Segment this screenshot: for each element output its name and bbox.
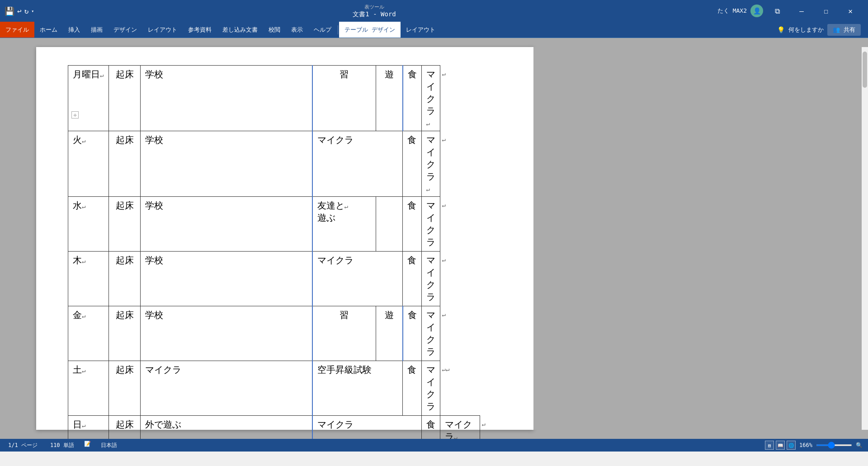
cell-mc-thu[interactable]: マイクラ bbox=[312, 252, 403, 306]
print-layout-button[interactable]: ▤ bbox=[765, 441, 774, 450]
cell-mc2-sunday[interactable]: マイクラ↵ bbox=[440, 416, 480, 439]
table-row: 金↵ 起床 学校 習 遊 食 マイクラ ↵ bbox=[68, 306, 493, 361]
scrollbar-thumb[interactable] bbox=[863, 52, 867, 88]
cell-mc-tue[interactable]: マイクラ bbox=[312, 131, 403, 197]
tab-review[interactable]: 校閲 bbox=[263, 22, 286, 38]
cell-play-monday[interactable]: 遊 bbox=[376, 66, 403, 131]
tab-view[interactable]: 表示 bbox=[286, 22, 308, 38]
user-name: たく MAX2 bbox=[717, 7, 747, 15]
cell-study-monday[interactable]: 習 bbox=[312, 66, 376, 131]
restore-button[interactable]: ⧉ bbox=[767, 4, 788, 18]
lightbulb-icon: 💡 bbox=[777, 26, 785, 33]
quick-access-dropdown[interactable]: ▾ bbox=[31, 9, 34, 14]
cell-mc2-saturday[interactable]: マイクラ bbox=[421, 361, 440, 416]
zoom-out-icon[interactable]: 🔍 bbox=[856, 442, 863, 448]
cell-end-tuesday: ↵ bbox=[440, 131, 480, 197]
close-button[interactable]: ✕ bbox=[840, 4, 861, 18]
cell-school-monday[interactable]: 学校 bbox=[141, 66, 312, 131]
cell-end-monday: ↵ bbox=[440, 66, 480, 131]
cell-mc-friday[interactable]: マイクラ bbox=[421, 306, 440, 361]
cell-mc-monday[interactable]: マイクラ↵ bbox=[421, 66, 440, 131]
cell-day-monday[interactable]: 月曜日↵ bbox=[68, 66, 109, 131]
cell-day-thursday[interactable]: 木↵ bbox=[68, 252, 109, 306]
cell-eat-sunday[interactable]: 食 bbox=[421, 416, 440, 439]
table-row: 火↵ 起床 学校 マイクラ 食 マイクラ↵ ↵ bbox=[68, 131, 493, 197]
schedule-table: 月曜日↵ 起床 学校 習 遊 食 マイクラ↵ ↵ 火↵ 起床 学校 マイクラ 食… bbox=[68, 65, 493, 439]
tab-layout[interactable]: レイアウト bbox=[142, 22, 183, 38]
tab-design[interactable]: デザイン bbox=[108, 22, 142, 38]
cell-mc-wednesday[interactable]: マイクラ bbox=[421, 197, 440, 252]
scrollbar-track[interactable] bbox=[862, 47, 868, 430]
status-right: ▤ 📖 🌐 166% 🔍 bbox=[765, 441, 863, 450]
cell-mc2-tuesday[interactable]: マイクラ↵ bbox=[421, 131, 440, 197]
cell-rise-sunday[interactable]: 起床 bbox=[109, 416, 141, 439]
cell-friends-wed[interactable]: 友達と↵遊ぶ bbox=[312, 197, 376, 252]
tab-file[interactable]: ファイル bbox=[0, 22, 34, 38]
minimize-button[interactable]: — bbox=[791, 4, 812, 18]
cell-play-friday[interactable]: 遊 bbox=[376, 306, 403, 361]
cell-rise-friday[interactable]: 起床 bbox=[109, 306, 141, 361]
ribbon-separator bbox=[338, 25, 338, 34]
redo-icon[interactable]: ↻ bbox=[24, 7, 29, 15]
cell-rise-tuesday[interactable]: 起床 bbox=[109, 131, 141, 197]
search-bar[interactable]: 何をしますか bbox=[788, 26, 824, 34]
tab-draw[interactable]: 描画 bbox=[85, 22, 108, 38]
cell-school-friday[interactable]: 学校 bbox=[141, 306, 312, 361]
cell-day-sunday[interactable]: 日↵ bbox=[68, 416, 109, 439]
cell-day-tuesday[interactable]: 火↵ bbox=[68, 131, 109, 197]
cell-rise-wednesday[interactable]: 起床 bbox=[109, 197, 141, 252]
undo-icon[interactable]: ↩ bbox=[17, 7, 22, 15]
share-button[interactable]: 👥 共有 bbox=[827, 24, 861, 36]
table-row: 水↵ 起床 学校 友達と↵遊ぶ 食 マイクラ ↵ bbox=[68, 197, 493, 252]
ribbon: ファイル ホーム 挿入 描画 デザイン レイアウト 参考資料 差し込み文書 校閲… bbox=[0, 22, 868, 38]
document-page: ✛ 月曜日↵ 起床 学校 習 遊 食 マイクラ↵ ↵ 火↵ 起床 学校 マイクラ… bbox=[36, 47, 533, 430]
user-area: たく MAX2 👤 ⧉ — ☐ ✕ bbox=[710, 4, 868, 18]
document-area: ✛ 月曜日↵ 起床 学校 習 遊 食 マイクラ↵ ↵ 火↵ 起床 学校 マイクラ… bbox=[0, 38, 868, 439]
cell-mc-sun[interactable]: マイクラ bbox=[312, 416, 422, 439]
cell-school-tuesday[interactable]: 学校 bbox=[141, 131, 312, 197]
cell-day-friday[interactable]: 金↵ bbox=[68, 306, 109, 361]
cell-day-saturday[interactable]: 土↵ bbox=[68, 361, 109, 416]
web-layout-button[interactable]: 🌐 bbox=[787, 441, 796, 450]
proofread-icon[interactable]: 📝 bbox=[84, 441, 91, 450]
zoom-slider[interactable] bbox=[816, 444, 852, 446]
cell-eat-saturday[interactable]: 食 bbox=[403, 361, 422, 416]
people-icon: 👥 bbox=[833, 26, 840, 33]
cell-mc2-thursday[interactable]: マイクラ bbox=[421, 252, 440, 306]
status-left: 1/1 ページ 110 単語 📝 日本語 bbox=[5, 441, 120, 450]
tab-mailings[interactable]: 差し込み文書 bbox=[217, 22, 263, 38]
cell-school-thursday[interactable]: 学校 bbox=[141, 252, 312, 306]
cell-end-sunday: ↵ bbox=[480, 416, 492, 439]
cell-eat-monday[interactable]: 食 bbox=[403, 66, 422, 131]
cell-eat-wednesday[interactable]: 食 bbox=[403, 197, 422, 252]
word-count: 110 単語 bbox=[47, 441, 77, 450]
tab-table-design[interactable]: テーブル デザイン bbox=[339, 22, 401, 38]
tab-references[interactable]: 参考資料 bbox=[183, 22, 217, 38]
cell-school-wednesday[interactable]: 学校 bbox=[141, 197, 312, 252]
table-move-handle[interactable]: ✛ bbox=[71, 111, 79, 119]
lang-indicator[interactable]: 日本語 bbox=[98, 441, 120, 450]
cell-end-wednesday: ↵ bbox=[440, 197, 480, 252]
cell-play-outside-sun[interactable]: 外で遊ぶ bbox=[141, 416, 312, 439]
cell-rise-monday[interactable]: 起床 bbox=[109, 66, 141, 131]
cell-day-wednesday[interactable]: 水↵ bbox=[68, 197, 109, 252]
quick-access-toolbar: 💾 ↩ ↻ ▾ bbox=[0, 6, 38, 16]
cell-eat-friday[interactable]: 食 bbox=[403, 306, 422, 361]
cell-eat-thursday[interactable]: 食 bbox=[403, 252, 422, 306]
tab-insert[interactable]: 挿入 bbox=[63, 22, 85, 38]
save-icon[interactable]: 💾 bbox=[5, 6, 14, 16]
user-avatar[interactable]: 👤 bbox=[750, 5, 763, 17]
cell-mc-sat[interactable]: マイクラ bbox=[141, 361, 312, 416]
tab-home[interactable]: ホーム bbox=[34, 22, 63, 38]
cell-eat-tuesday[interactable]: 食 bbox=[403, 131, 422, 197]
maximize-button[interactable]: ☐ bbox=[816, 4, 836, 18]
read-mode-button[interactable]: 📖 bbox=[776, 441, 785, 450]
tab-help[interactable]: ヘルプ bbox=[308, 22, 337, 38]
cell-study-friday[interactable]: 習 bbox=[312, 306, 376, 361]
cell-rise-thursday[interactable]: 起床 bbox=[109, 252, 141, 306]
cell-end-friday: ↵ bbox=[440, 306, 480, 361]
cell-rise-saturday[interactable]: 起床 bbox=[109, 361, 141, 416]
cell-karate-sat[interactable]: 空手昇級試験 bbox=[312, 361, 403, 416]
view-mode-buttons: ▤ 📖 🌐 bbox=[765, 441, 796, 450]
tab-table-layout[interactable]: レイアウト bbox=[401, 22, 441, 38]
